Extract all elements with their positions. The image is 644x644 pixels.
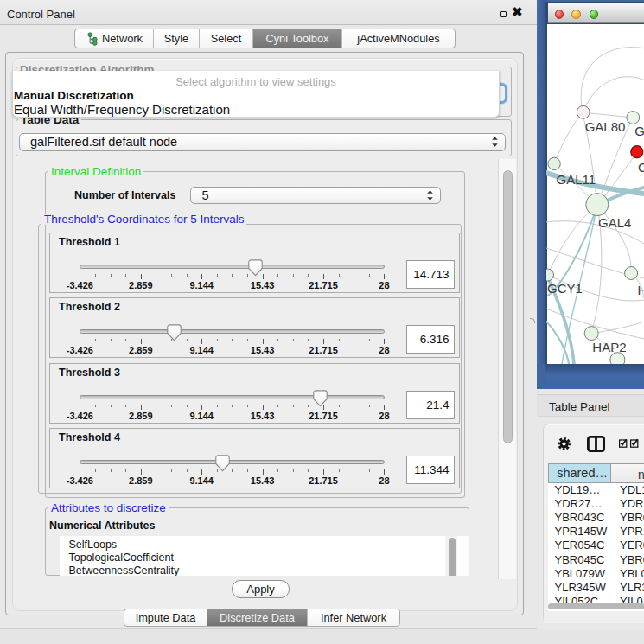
svg-text:C: C	[638, 160, 644, 175]
svg-text:GAL80: GAL80	[585, 119, 626, 134]
svg-text:H: H	[638, 283, 644, 297]
svg-text:GA: GA	[634, 124, 644, 138]
svg-text:GAL11: GAL11	[557, 172, 596, 187]
svg-text:GCY1: GCY1	[547, 281, 583, 296]
svg-text:HAP2: HAP2	[592, 340, 626, 354]
svg-text:GAL4: GAL4	[598, 215, 631, 230]
